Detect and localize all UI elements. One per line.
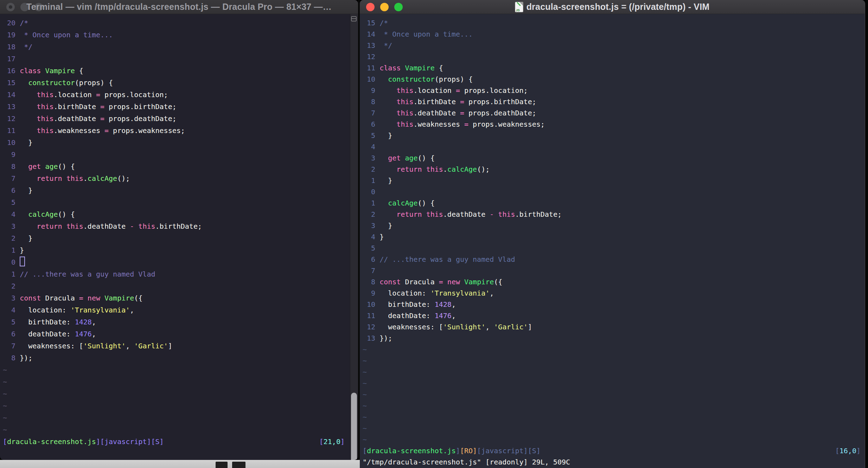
code-line: 8 }); — [3, 352, 350, 364]
code-line: 8 this.birthDate = props.birthDate; — [363, 96, 861, 107]
tilde-row: ~ — [3, 412, 350, 424]
split-pane-icon[interactable] — [351, 16, 357, 21]
code-line: 6 deathDate: 1476, — [3, 328, 350, 340]
tilde-row: ~ — [363, 411, 861, 423]
tilde-row: ~ — [363, 423, 861, 434]
code-line: 3 } — [363, 220, 861, 231]
code-line: 13 }); — [363, 333, 861, 344]
code-line: 14 * Once upon a time... — [363, 29, 861, 40]
vim-command-line — [3, 448, 350, 460]
code-line: 0 — [363, 186, 861, 197]
tilde-row: ~ — [3, 424, 350, 436]
js-document-icon — [515, 2, 523, 12]
code-line: 11 this.weaknesses = props.weaknesses; — [3, 125, 350, 137]
terminal-window: Terminal — vim /tmp/dracula-screenshot.j… — [0, 0, 358, 460]
code-line: 7 return this.calcAge(); — [3, 172, 350, 184]
tilde-row: ~ — [3, 388, 350, 400]
code-line: 16 class Vampire { — [3, 65, 350, 77]
tilde-row: ~ — [3, 400, 350, 412]
terminal-window-title: Terminal — vim /tmp/dracula-screenshot.j… — [0, 2, 358, 12]
code-line: 11 deathDate: 1476, — [363, 310, 861, 321]
code-line: 0 — [3, 256, 350, 268]
code-line: 3 const Dracula = new Vampire({ — [3, 292, 350, 304]
code-line: 4 } — [363, 231, 861, 242]
code-line: 10 constructor(props) { — [363, 74, 861, 85]
code-line: 18 */ — [3, 41, 350, 53]
code-line: 7 — [363, 265, 861, 276]
tilde-row: ~ — [363, 389, 861, 400]
tilde-row: ~ — [363, 366, 861, 378]
code-line: 12 weaknesses: ['Sunlight', 'Garlic'] — [363, 321, 861, 333]
tilde-row: ~ — [363, 344, 861, 355]
background-glyph — [216, 462, 228, 468]
tilde-row: ~ — [363, 400, 861, 411]
vim-statusline: [dracula-screenshot.js][RO][javascript][… — [363, 445, 861, 456]
cursor-position: [16,0] — [835, 445, 861, 456]
code-line: 6 } — [3, 184, 350, 196]
cursor-position: [21,0] — [319, 436, 345, 448]
code-line: 13 this.birthDate = props.birthDate; — [3, 101, 350, 113]
code-line: 4 calcAge() { — [3, 208, 350, 220]
code-line: 1 } — [363, 175, 861, 186]
code-line: 5 } — [363, 130, 861, 141]
vim-cursor — [20, 257, 25, 266]
code-line: 3 return this.deathDate - this.birthDate… — [3, 220, 350, 232]
tilde-row: ~ — [363, 378, 861, 389]
terminal-titlebar[interactable]: Terminal — vim /tmp/dracula-screenshot.j… — [0, 0, 358, 14]
background-glyph — [232, 462, 245, 468]
code-line: 8 get age() { — [3, 160, 350, 172]
screen-edge — [866, 0, 868, 468]
code-line: 7 weaknesses: ['Sunlight', 'Garlic'] — [3, 340, 350, 352]
tilde-row: ~ — [363, 434, 861, 445]
tilde-row: ~ — [3, 376, 350, 388]
code-line: 15 constructor(props) { — [3, 77, 350, 89]
code-line: 4 location: 'Transylvania', — [3, 304, 350, 316]
code-line: 3 get age() { — [363, 152, 861, 164]
code-line: 6 // ...there was a guy named Vlad — [363, 254, 861, 265]
terminal-vim-buffer[interactable]: 20 /* 19 * Once upon a time... 18 */ 17 … — [3, 14, 350, 460]
vim-statusline: [dracula-screenshot.js][javascript][S][2… — [3, 436, 350, 448]
code-line: 9 this.location = props.location; — [363, 85, 861, 96]
vim-command-line: "/tmp/dracula-screenshot.js" [readonly] … — [363, 456, 861, 468]
code-line: 5 — [3, 196, 350, 208]
code-line: 10 } — [3, 137, 350, 148]
code-line: 2 return this.deathDate - this.birthDate… — [363, 209, 861, 220]
code-line: 17 — [3, 53, 350, 65]
scrollbar-thumb[interactable] — [351, 393, 357, 460]
tilde-row: ~ — [3, 364, 350, 376]
terminal-scrollbar[interactable] — [350, 14, 358, 460]
code-line: 12 this.deathDate = props.deathDate; — [3, 113, 350, 125]
code-line: 4 — [363, 141, 861, 152]
code-line: 2 return this.calcAge(); — [363, 164, 861, 175]
code-line: 5 — [363, 242, 861, 254]
code-line: 10 birthDate: 1428, — [363, 299, 861, 310]
background-window-strip — [0, 460, 360, 468]
code-line: 5 birthDate: 1428, — [3, 316, 350, 328]
code-line: 1 calcAge() { — [363, 197, 861, 209]
macvim-buffer[interactable]: 15 /* 14 * Once upon a time... 13 */ 12 … — [363, 14, 861, 468]
macvim-titlebar[interactable]: dracula-screenshot.js = (/private/tmp) -… — [360, 0, 865, 14]
code-line: 7 this.deathDate = props.deathDate; — [363, 107, 861, 119]
macvim-window: dracula-screenshot.js = (/private/tmp) -… — [360, 0, 865, 468]
code-line: 20 /* — [3, 17, 350, 29]
code-line: 9 — [3, 148, 350, 160]
code-line: 2 — [3, 280, 350, 292]
macvim-window-title: dracula-screenshot.js = (/private/tmp) -… — [360, 2, 865, 12]
tilde-row: ~ — [363, 355, 861, 366]
code-line: 1 // ...there was a guy named Vlad — [3, 268, 350, 280]
code-line: 9 location: 'Transylvania', — [363, 287, 861, 299]
code-line: 2 } — [3, 232, 350, 244]
code-line: 11 class Vampire { — [363, 62, 861, 74]
code-line: 12 — [363, 51, 861, 62]
code-line: 14 this.location = props.location; — [3, 89, 350, 101]
code-line: 13 */ — [363, 40, 861, 51]
code-line: 6 this.weaknesses = props.weaknesses; — [363, 119, 861, 130]
code-line: 1 } — [3, 244, 350, 256]
code-line: 8 const Dracula = new Vampire({ — [363, 276, 861, 287]
code-line: 19 * Once upon a time... — [3, 29, 350, 41]
code-line: 15 /* — [363, 17, 861, 29]
